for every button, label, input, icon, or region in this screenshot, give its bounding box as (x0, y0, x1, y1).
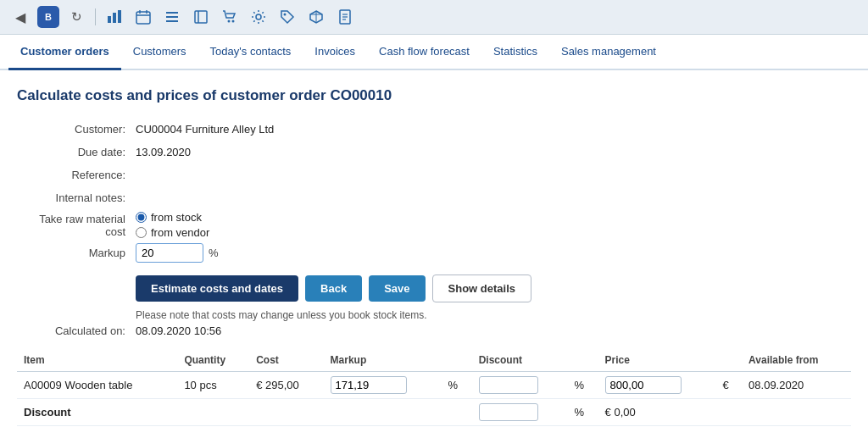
svg-rect-2 (118, 10, 121, 23)
toolbar: ◀ B ↻ (0, 0, 868, 35)
page-title: Calculate costs and prices of customer o… (17, 87, 851, 104)
discount-value-input[interactable] (479, 376, 538, 394)
cell-item-name: A00009 Wooden table (17, 372, 177, 399)
tab-customer-orders[interactable]: Customer orders (8, 35, 121, 70)
col-markup: Markup (324, 349, 472, 372)
discount-row-discount-input[interactable] (472, 399, 568, 426)
radio-from-stock-label: from stock (151, 211, 202, 224)
discount-row-label: Discount (17, 399, 249, 426)
note-text: Please note that costs may change unless… (136, 309, 851, 321)
discount-row-price-currency (716, 399, 742, 426)
calendar-icon[interactable] (131, 5, 155, 29)
radio-from-vendor[interactable]: from vendor (136, 226, 209, 239)
col-price: Price (598, 349, 742, 372)
due-date-value: 13.09.2020 (136, 146, 191, 158)
discount-row: Discount % € 0,00 (17, 399, 851, 426)
tab-statistics[interactable]: Statistics (481, 35, 549, 70)
cell-markup-input[interactable] (324, 372, 442, 399)
cell-price-input[interactable] (598, 372, 716, 399)
tag-icon[interactable] (275, 5, 299, 29)
discount-row-cost (249, 399, 323, 426)
cell-cost: € 295,00 (249, 372, 323, 399)
customer-label: Customer: (17, 123, 136, 136)
reference-row: Reference: (17, 165, 851, 184)
customer-value: CU00004 Furniture Alley Ltd (136, 123, 274, 136)
raw-material-radio-group: from stock from vendor (136, 211, 209, 239)
markup-input[interactable] (136, 243, 203, 263)
tab-cash-flow-forecast[interactable]: Cash flow forecast (367, 35, 481, 70)
calculated-on-value: 08.09.2020 10:56 (136, 324, 221, 337)
cell-price-currency: € (716, 372, 742, 399)
raw-material-label: Take raw material cost (17, 213, 136, 238)
nav-tabs: Customer orders Customers Today's contac… (0, 35, 868, 70)
col-cost: Cost (249, 349, 323, 372)
show-details-button[interactable]: Show details (432, 274, 531, 302)
form-section: Customer: CU00004 Furniture Alley Ltd Du… (17, 119, 851, 263)
svg-rect-0 (108, 16, 111, 23)
svg-point-13 (232, 20, 235, 23)
col-quantity: Quantity (177, 349, 249, 372)
discount-row-value-input[interactable] (479, 403, 538, 421)
book-icon[interactable] (189, 5, 213, 29)
cell-discount-input[interactable] (472, 372, 568, 399)
radio-from-stock[interactable]: from stock (136, 211, 209, 224)
cell-discount-pct: % (567, 372, 598, 399)
back-button[interactable]: Back (305, 275, 362, 302)
due-date-label: Due date: (17, 146, 136, 158)
markup-percent-symbol: % (209, 247, 219, 259)
list-icon[interactable] (160, 5, 184, 29)
discount-row-available (742, 399, 851, 426)
items-table: Item Quantity Cost Markup Discount Price… (17, 349, 851, 427)
calculated-on-row: Calculated on: 08.09.2020 10:56 (17, 324, 851, 337)
discount-row-markup (324, 399, 442, 426)
radio-from-vendor-label: from vendor (151, 226, 209, 239)
save-button[interactable]: Save (369, 275, 425, 302)
due-date-row: Due date: 13.09.2020 (17, 142, 851, 161)
back-icon[interactable]: ◀ (8, 5, 32, 29)
customer-row: Customer: CU00004 Furniture Alley Ltd (17, 119, 851, 138)
internal-notes-label: Internal notes: (17, 191, 136, 204)
cell-quantity: 10 pcs (177, 372, 249, 399)
table-row: A00009 Wooden table 10 pcs € 295,00 % % … (17, 372, 851, 399)
svg-rect-10 (195, 11, 207, 23)
box-icon[interactable] (304, 5, 328, 29)
logo-icon: B (37, 6, 59, 28)
refresh-icon[interactable]: ↻ (64, 5, 88, 29)
calculated-on-label: Calculated on: (17, 324, 136, 337)
svg-rect-3 (136, 12, 150, 24)
action-buttons: Estimate costs and dates Back Save Show … (136, 274, 851, 302)
cart-icon[interactable] (218, 5, 242, 29)
toolbar-separator (95, 8, 96, 25)
doc-icon[interactable] (333, 5, 357, 29)
reference-label: Reference: (17, 169, 136, 181)
bar-chart-icon[interactable] (103, 5, 126, 29)
tab-sales-management[interactable]: Sales management (549, 35, 668, 70)
col-available-from: Available from (742, 349, 851, 372)
col-discount: Discount (472, 349, 598, 372)
main-content: Calculate costs and prices of customer o… (0, 70, 868, 427)
raw-material-row: Take raw material cost from stock from v… (17, 211, 851, 239)
discount-row-price: € 0,00 (598, 399, 716, 426)
gear-icon[interactable] (247, 5, 270, 29)
tab-todays-contacts[interactable]: Today's contacts (198, 35, 303, 70)
discount-row-discount-pct: % (567, 399, 598, 426)
internal-notes-row: Internal notes: (17, 188, 851, 207)
svg-point-15 (284, 14, 287, 16)
tab-customers[interactable]: Customers (121, 35, 198, 70)
price-value-input[interactable] (605, 376, 682, 394)
estimate-costs-button[interactable]: Estimate costs and dates (136, 275, 298, 302)
cell-available-from: 08.09.2020 (742, 372, 851, 399)
discount-row-markup-pct (442, 399, 472, 426)
tab-invoices[interactable]: Invoices (303, 35, 367, 70)
svg-point-14 (256, 14, 261, 19)
markup-value-input[interactable] (331, 376, 407, 394)
svg-point-12 (228, 20, 231, 23)
svg-rect-1 (113, 13, 116, 23)
cell-markup-pct: % (442, 372, 472, 399)
markup-label: Markup (17, 247, 136, 259)
col-item: Item (17, 349, 177, 372)
markup-row: Markup % (17, 243, 851, 263)
